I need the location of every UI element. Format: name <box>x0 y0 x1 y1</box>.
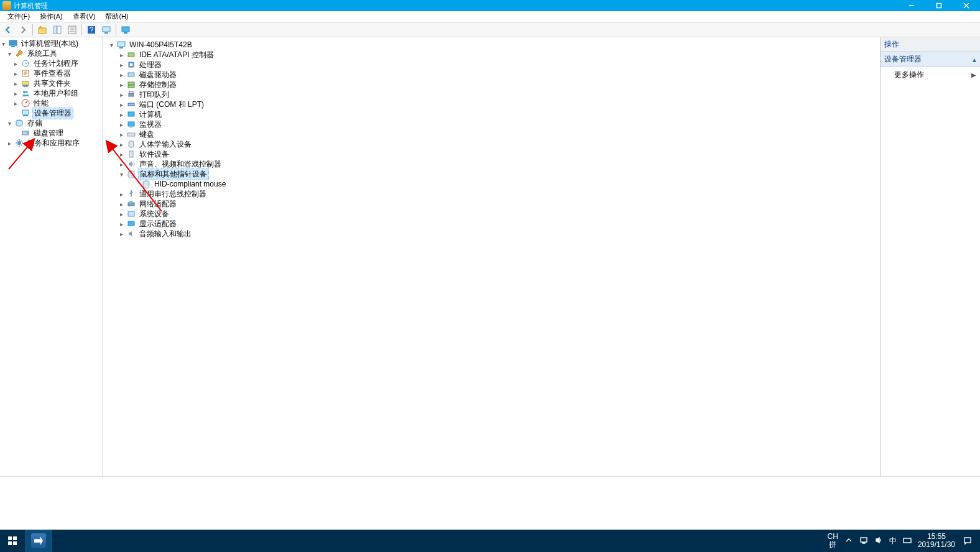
svg-point-45 <box>131 104 132 105</box>
dev-computers[interactable]: ▸计算机 <box>103 109 880 119</box>
mouse-device-icon <box>141 179 151 189</box>
dev-ide[interactable]: ▸IDE ATA/ATAPI 控制器 <box>103 50 880 60</box>
actions-pane: 操作 设备管理器 ▴ 更多操作 ▶ <box>881 37 980 476</box>
chevron-right-icon: ▶ <box>971 71 976 78</box>
dev-cpu[interactable]: ▸处理器 <box>103 60 880 70</box>
svg-point-32 <box>17 141 21 145</box>
svg-rect-35 <box>128 53 134 57</box>
nav-label: 系统工具 <box>26 48 58 59</box>
dev-mouse-category[interactable]: ▾鼠标和其他指针设备 <box>103 169 880 179</box>
svg-rect-15 <box>122 27 129 32</box>
dev-network[interactable]: ▸网络适配器 <box>103 199 880 209</box>
notification-center[interactable] <box>961 530 974 552</box>
properties-button[interactable] <box>65 24 79 36</box>
wrench-icon <box>14 48 24 58</box>
toolbar: ? <box>0 22 980 37</box>
show-hide-tree-button[interactable] <box>50 24 64 36</box>
dev-mouse-child[interactable]: ▸HID-compliant mouse <box>103 179 880 189</box>
svg-rect-55 <box>128 203 134 206</box>
collapse-icon: ▴ <box>973 55 976 64</box>
nav-device-manager[interactable]: ▸ 设备管理器 <box>0 108 103 118</box>
dev-label: 系统设备 <box>138 209 170 219</box>
dev-root[interactable]: ▾ WIN-405P4I5T42B <box>103 40 880 50</box>
dev-sound[interactable]: ▸声音、视频和游戏控制器 <box>103 159 880 169</box>
dev-keyboard[interactable]: ▸键盘 <box>103 129 880 139</box>
dev-usb[interactable]: ▸通用串行总线控制器 <box>103 189 880 199</box>
actions-group[interactable]: 设备管理器 ▴ <box>881 52 980 67</box>
svg-rect-62 <box>13 536 17 540</box>
close-button[interactable] <box>953 0 980 11</box>
network-tray-icon[interactable] <box>859 536 868 546</box>
nav-event-viewer[interactable]: ▸ 事件查看器 <box>0 68 103 78</box>
ime-keyboard-icon[interactable] <box>903 536 912 546</box>
event-icon <box>21 68 30 78</box>
dev-storage-ctrl[interactable]: ▸存储控制器 <box>103 80 880 90</box>
software-icon <box>126 149 136 159</box>
ime-mode[interactable]: 中 <box>889 536 897 546</box>
svg-rect-66 <box>862 543 865 543</box>
dev-label: 音频输入和输出 <box>138 229 193 239</box>
menu-action[interactable]: 操作(A) <box>35 12 68 21</box>
minimize-button[interactable] <box>898 0 925 11</box>
dev-system[interactable]: ▸系统设备 <box>103 209 880 219</box>
dev-label: 存储控制器 <box>138 80 178 90</box>
svg-rect-65 <box>861 538 867 542</box>
tray-chevron-icon[interactable] <box>844 536 853 546</box>
menu-file[interactable]: 文件(F) <box>2 12 35 21</box>
nav-system-tools[interactable]: ▾ 系统工具 <box>0 48 103 58</box>
svg-rect-57 <box>128 211 134 216</box>
nav-services[interactable]: ▸ 服务和应用程序 <box>0 138 103 148</box>
volume-tray-icon[interactable] <box>874 536 883 546</box>
menubar: 文件(F) 操作(A) 查看(V) 帮助(H) <box>0 11 980 22</box>
hid-icon <box>126 139 136 149</box>
svg-rect-56 <box>129 201 133 203</box>
titlebar: 计算机管理 <box>0 0 980 11</box>
menu-help[interactable]: 帮助(H) <box>100 12 133 21</box>
svg-rect-63 <box>8 541 12 545</box>
left-nav-tree: ▾ 计算机管理(本地) ▾ 系统工具 ▸ 任务计划程序 ▸ 事件查看器 ▸ <box>0 37 103 476</box>
nav-disk-mgmt[interactable]: ▸ 磁盘管理 <box>0 128 103 138</box>
dev-print[interactable]: ▸打印队列 <box>103 90 880 99</box>
svg-rect-64 <box>13 541 17 545</box>
menu-view[interactable]: 查看(V) <box>68 12 101 21</box>
svg-rect-50 <box>127 133 135 136</box>
nav-label: 磁盘管理 <box>32 128 65 139</box>
dev-display[interactable]: ▸显示适配器 <box>103 219 880 229</box>
nav-label: 共享文件夹 <box>32 78 72 89</box>
svg-rect-5 <box>53 26 57 34</box>
dev-software[interactable]: ▸软件设备 <box>103 149 880 159</box>
nav-task-scheduler[interactable]: ▸ 任务计划程序 <box>0 58 103 68</box>
start-button[interactable] <box>0 530 25 552</box>
svg-point-23 <box>25 85 28 87</box>
svg-rect-51 <box>129 141 134 147</box>
window-title: 计算机管理 <box>14 1 898 11</box>
sound-icon <box>126 159 136 169</box>
scan-button[interactable] <box>99 24 113 36</box>
ime-lang[interactable]: CH拼 <box>828 533 838 549</box>
taskbar: CH拼 中 15:552019/11/30 <box>0 530 980 552</box>
svg-rect-49 <box>130 127 132 127</box>
storage-icon <box>14 118 24 128</box>
nav-shared-folders[interactable]: ▸ 共享文件夹 <box>0 78 103 88</box>
nav-local-users[interactable]: ▸ 本地用户和组 <box>0 88 103 98</box>
svg-rect-4 <box>39 28 46 34</box>
nav-root[interactable]: ▾ 计算机管理(本地) <box>0 39 103 48</box>
mouse-icon <box>126 169 136 179</box>
back-button[interactable] <box>1 24 15 36</box>
up-button[interactable] <box>35 24 49 36</box>
dev-audio-io[interactable]: ▸音频输入和输出 <box>103 229 880 239</box>
maximize-button[interactable] <box>925 0 953 11</box>
help-button[interactable]: ? <box>85 24 98 36</box>
dev-label: 监视器 <box>138 119 163 130</box>
svg-rect-28 <box>23 115 28 116</box>
dev-monitor[interactable]: ▸监视器 <box>103 119 880 129</box>
dev-hid[interactable]: ▸人体学输入设备 <box>103 139 880 149</box>
more-actions[interactable]: 更多操作 ▶ <box>881 67 980 83</box>
dev-disk[interactable]: ▸磁盘驱动器 <box>103 70 880 80</box>
clock[interactable]: 15:552019/11/30 <box>918 533 955 549</box>
forward-button[interactable] <box>16 24 30 36</box>
dev-ports[interactable]: ▸端口 (COM 和 LPT) <box>103 99 880 109</box>
nav-storage[interactable]: ▾ 存储 <box>0 118 103 128</box>
task-computer-management[interactable] <box>25 530 52 552</box>
view-devices-button[interactable] <box>119 24 132 36</box>
